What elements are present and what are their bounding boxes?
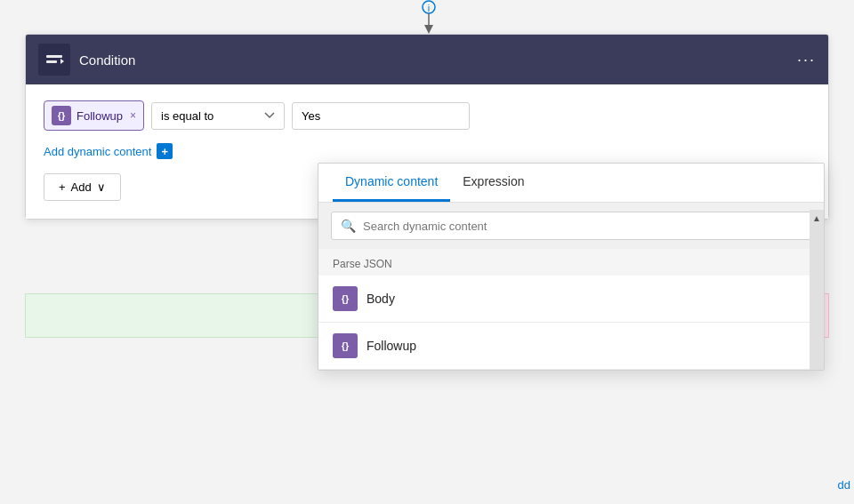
search-wrapper: 🔍 (331, 212, 811, 240)
list-item[interactable]: {} Body (318, 276, 824, 323)
value-input[interactable] (292, 102, 470, 130)
condition-header: Condition ··· (26, 35, 828, 84)
svg-marker-6 (60, 59, 64, 64)
add-dynamic-content-link[interactable]: Add dynamic content + (44, 143, 810, 159)
operator-select[interactable]: is equal to is not equal to contains doe… (151, 102, 285, 130)
svg-rect-4 (46, 55, 62, 58)
add-button[interactable]: + Add ∨ (44, 173, 121, 201)
svg-text:i: i (428, 3, 430, 13)
token-icon: {} (52, 106, 71, 125)
token-close-button[interactable]: × (130, 109, 136, 122)
condition-header-left: Condition (38, 44, 135, 76)
token-label: Followup (77, 109, 123, 123)
tab-expression[interactable]: Expression (450, 164, 536, 202)
add-dynamic-plus-icon: + (157, 143, 173, 159)
panel-tabs: Dynamic content Expression (318, 164, 824, 203)
panel-search-area: 🔍 (318, 203, 824, 249)
section-header-parse-json: Parse JSON (318, 249, 824, 276)
body-item-icon: {} (333, 286, 358, 311)
condition-row: {} Followup × is equal to is not equal t… (44, 100, 810, 131)
scroll-up-arrow: ▲ (812, 213, 821, 223)
dynamic-content-panel: Dynamic content Expression 🔍 ▲ Parse JSO… (318, 163, 825, 371)
list-item[interactable]: {} Followup (318, 323, 824, 370)
condition-icon (38, 44, 70, 76)
condition-title: Condition (79, 52, 135, 68)
svg-rect-5 (46, 60, 57, 63)
search-icon: 🔍 (341, 219, 356, 233)
add-button-icon: + (59, 180, 66, 194)
scrollbar[interactable]: ▲ (810, 210, 824, 370)
search-input[interactable] (363, 220, 802, 233)
add-text-right[interactable]: dd (838, 478, 850, 492)
followup-token[interactable]: {} Followup × (44, 100, 144, 131)
followup-item-icon: {} (333, 333, 358, 358)
add-dynamic-label: Add dynamic content (44, 145, 151, 158)
more-options-button[interactable]: ··· (797, 51, 816, 69)
add-chevron-icon: ∨ (97, 180, 106, 194)
tab-dynamic-content[interactable]: Dynamic content (333, 164, 450, 202)
followup-item-label: Followup (367, 339, 416, 353)
add-button-label: Add (71, 180, 92, 194)
svg-marker-3 (424, 25, 433, 34)
body-item-label: Body (367, 292, 395, 306)
